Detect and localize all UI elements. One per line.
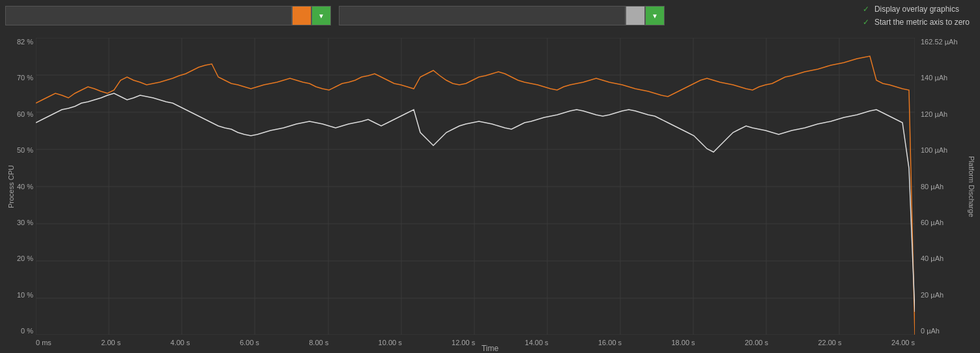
y-right-label-6: 40 µAh <box>921 254 944 262</box>
metric1-input[interactable]: Process CPU <box>5 6 292 25</box>
y-right-label-2: 120 µAh <box>921 110 947 118</box>
x-axis-label: Time <box>482 344 498 353</box>
x-label-5: 10.00 s <box>379 339 402 346</box>
y-left-label-2: 60 % <box>17 110 33 118</box>
y-left-label-6: 20 % <box>17 254 33 262</box>
y-left-label-5: 30 % <box>17 219 33 226</box>
y-right-label-5: 60 µAh <box>921 219 944 226</box>
display-overlay-checkbox[interactable]: ✓ <box>861 5 871 14</box>
x-label-10: 20.00 s <box>745 339 768 346</box>
y-right-label-4: 80 µAh <box>921 183 944 191</box>
y-right-label-7: 20 µAh <box>921 291 944 299</box>
metric2-dropdown-btn[interactable]: ▼ <box>645 6 665 25</box>
y-right-label-0: 162.52 µAh <box>921 38 958 46</box>
y-right-label-8: 0 µAh <box>921 327 940 335</box>
options-panel: ✓ Display overlay graphics ✓ Start the m… <box>861 5 975 27</box>
chart-area: 82 % 70 % 60 % 50 % 40 % 30 % 20 % 10 % … <box>0 31 980 353</box>
y-left-axis-label: Process CPU <box>7 164 15 207</box>
x-label-7: 14.00 s <box>525 339 549 346</box>
x-axis: 0 ms 2.00 s 4.00 s 6.00 s 8.00 s 10.00 s… <box>36 339 915 346</box>
x-label-3: 6.00 s <box>240 339 259 346</box>
x-label-1: 2.00 s <box>101 339 121 346</box>
y-right-axis-label: Platform Discharge <box>968 156 975 217</box>
x-label-11: 22.00 s <box>818 339 841 346</box>
y-axis-right: 162.52 µAh 140 µAh 120 µAh 100 µAh 80 µA… <box>918 38 960 335</box>
metric2-color-box[interactable] <box>626 6 645 25</box>
y-left-label-7: 10 % <box>17 291 33 299</box>
y-left-label-1: 70 % <box>17 74 33 82</box>
display-overlay-option[interactable]: ✓ Display overlay graphics <box>861 5 970 14</box>
display-overlay-label: Display overlay graphics <box>874 5 959 14</box>
metric1-dropdown-btn[interactable]: ▼ <box>311 6 331 25</box>
metric2-input[interactable]: Platform Discharge <box>339 6 626 25</box>
x-label-8: 16.00 s <box>598 339 622 346</box>
start-zero-option[interactable]: ✓ Start the metric axis to zero <box>861 18 970 27</box>
x-label-12: 24.00 s <box>891 339 915 346</box>
y-right-label-3: 100 µAh <box>921 146 947 154</box>
start-zero-label: Start the metric axis to zero <box>874 18 970 27</box>
metric1-color-box[interactable] <box>292 6 311 25</box>
x-label-4: 8.00 s <box>309 339 328 346</box>
start-zero-checkbox[interactable]: ✓ <box>861 18 871 27</box>
y-left-label-4: 40 % <box>17 183 33 191</box>
x-label-0: 0 ms <box>36 339 51 346</box>
x-label-2: 4.00 s <box>171 339 190 346</box>
chart-svg <box>36 38 915 335</box>
y-right-label-1: 140 µAh <box>921 74 947 82</box>
x-label-9: 18.00 s <box>671 339 695 346</box>
metric2-selector: Platform Discharge ▼ <box>339 6 665 25</box>
y-left-label-0: 82 % <box>17 38 33 46</box>
y-left-label-3: 50 % <box>17 146 33 154</box>
x-label-6: 12.00 s <box>452 339 475 346</box>
metric1-selector: Process CPU ▼ <box>5 6 331 25</box>
top-bar: Process CPU ▼ Platform Discharge ▼ ✓ Dis… <box>0 0 980 31</box>
y-left-label-8: 0 % <box>21 327 33 335</box>
